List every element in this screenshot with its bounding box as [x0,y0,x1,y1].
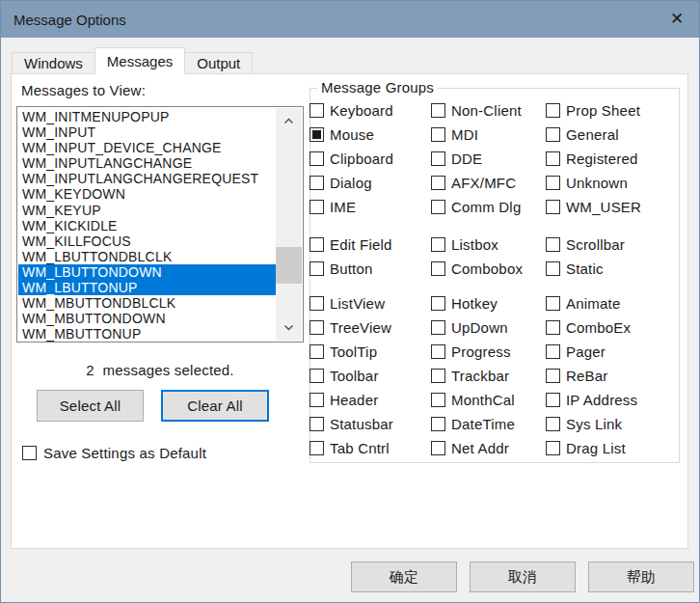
checkbox-label: Statusbar [330,416,393,432]
checkbox-indicator [431,237,445,252]
checkbox-listview[interactable]: ListView [310,291,385,315]
checkbox-mouse[interactable]: Mouse [310,123,374,146]
checkbox-row: TreeViewUpDownComboEx [1,315,700,339]
checkbox-afx-mfc[interactable]: AFX/MFC [431,171,516,194]
checkbox-label: Button [330,260,373,277]
checkbox-label: Scrollbar [566,236,625,253]
checkbox-row: StatusbarDateTimeSys Link [1,412,700,435]
checkbox-label: Mouse [330,126,374,143]
checkbox-sys-link[interactable]: Sys Link [546,412,622,435]
checkbox-label: AFX/MFC [451,175,516,191]
close-button[interactable]: ✕ [661,6,692,32]
checkbox-progress[interactable]: Progress [431,340,511,363]
checkbox-label: Prop Sheet [566,102,640,119]
list-item-wm-kickidle[interactable]: WM_KICKIDLE [18,218,277,233]
checkbox-indicator [310,200,324,214]
checkbox-indicator [431,261,445,276]
checkbox-button[interactable]: Button [310,257,373,280]
checkbox-static[interactable]: Static [546,257,604,280]
checkbox-indicator [431,441,445,455]
checkbox-indicator [310,393,324,407]
checkbox-indicator [310,441,324,455]
messages-to-view-label: Messages to View: [21,82,146,98]
checkbox-indicator [546,320,560,335]
tab-windows[interactable]: Windows [12,52,95,74]
ok-button[interactable]: 确定 [351,562,457,592]
checkbox-statusbar[interactable]: Statusbar [310,412,393,435]
tab-messages[interactable]: Messages [94,47,185,74]
checkbox-dde[interactable]: DDE [431,147,482,170]
checkbox-animate[interactable]: Animate [546,291,620,315]
checkbox-combobox[interactable]: Combobox [431,257,523,280]
checkbox-row: ToolTipProgressPager [1,340,700,363]
checkbox-hotkey[interactable]: Hotkey [431,291,498,315]
checkbox-indicator [431,393,445,407]
checkbox-header[interactable]: Header [310,388,378,411]
checkbox-label: ToolTip [330,343,377,360]
checkbox-treeview[interactable]: TreeView [310,315,391,339]
checkbox-indicator [546,393,560,407]
checkbox-row: Tab CntrlNet AddrDrag List [1,436,700,459]
checkbox-label: Combobox [451,260,523,277]
checkbox-label: ReBar [566,368,608,384]
checkbox-label: Animate [566,295,620,312]
checkbox-net-addr[interactable]: Net Addr [431,436,509,459]
checkbox-clipboard[interactable]: Clipboard [310,147,393,170]
checkbox-updown[interactable]: UpDown [431,315,508,339]
checkbox-trackbar[interactable]: Trackbar [431,364,509,387]
checkbox-indicator [546,344,560,359]
checkbox-label: Static [566,260,604,277]
checkbox-row: DialogAFX/MFCUnknown [1,171,700,194]
checkbox-label: IP Address [566,392,637,408]
checkbox-comboex[interactable]: ComboEx [546,315,631,339]
checkbox-indicator [546,127,560,142]
checkbox-indicator [310,103,324,118]
checkbox-rebar[interactable]: ReBar [546,364,608,387]
checkbox-label: Sys Link [566,416,622,432]
checkbox-mdi[interactable]: MDI [431,123,478,146]
checkbox-row: HeaderMonthCalIP Address [1,388,700,411]
checkbox-label: Hotkey [451,295,498,312]
checkbox-label: Tab Cntrl [330,440,390,456]
checkbox-label: Toolbar [330,368,379,384]
checkbox-label: Non-Client [451,102,522,119]
checkbox-label: DDE [451,151,482,167]
checkbox-row: Edit FieldListboxScrollbar [1,233,700,256]
checkbox-comm-dlg[interactable]: Comm Dlg [431,195,521,218]
checkbox-indicator [546,261,560,276]
checkbox-listbox[interactable]: Listbox [431,233,498,256]
checkbox-general[interactable]: General [546,123,619,146]
checkbox-dialog[interactable]: Dialog [310,171,372,194]
checkbox-edit-field[interactable]: Edit Field [310,233,392,256]
checkbox-indicator [546,237,560,252]
checkbox-drag-list[interactable]: Drag List [546,436,626,459]
checkbox-non-client[interactable]: Non-Client [431,98,522,122]
checkbox-unknown[interactable]: Unknown [546,171,628,194]
checkbox-tooltip[interactable]: ToolTip [310,340,377,363]
cancel-button[interactable]: 取消 [470,562,576,592]
checkbox-datetime[interactable]: DateTime [431,412,515,435]
checkbox-tab-cntrl[interactable]: Tab Cntrl [310,436,390,459]
checkbox-label: WM_USER [566,199,641,215]
checkbox-prop-sheet[interactable]: Prop Sheet [546,98,640,122]
checkbox-label: IME [330,199,356,215]
checkbox-keyboard[interactable]: Keyboard [310,98,393,122]
tab-output[interactable]: Output [184,52,253,74]
checkbox-scrollbar[interactable]: Scrollbar [546,233,625,256]
checkbox-monthcal[interactable]: MonthCal [431,388,515,411]
checkbox-label: Comm Dlg [451,199,521,215]
checkbox-label: Keyboard [330,102,393,119]
checkbox-pager[interactable]: Pager [546,340,606,363]
checkbox-wm-user[interactable]: WM_USER [546,195,641,218]
checkbox-registered[interactable]: Registered [546,147,638,170]
checkbox-label: Header [330,392,378,408]
checkbox-row: IMEComm DlgWM_USER [1,195,700,218]
checkbox-ime[interactable]: IME [310,195,356,218]
checkbox-ip-address[interactable]: IP Address [546,388,637,411]
checkbox-indicator [431,200,445,214]
title-bar[interactable]: Message Options [1,1,699,38]
help-button[interactable]: 帮助 [588,562,694,592]
checkbox-indicator [310,176,324,190]
checkbox-indicator [546,151,560,166]
checkbox-toolbar[interactable]: Toolbar [310,364,379,387]
